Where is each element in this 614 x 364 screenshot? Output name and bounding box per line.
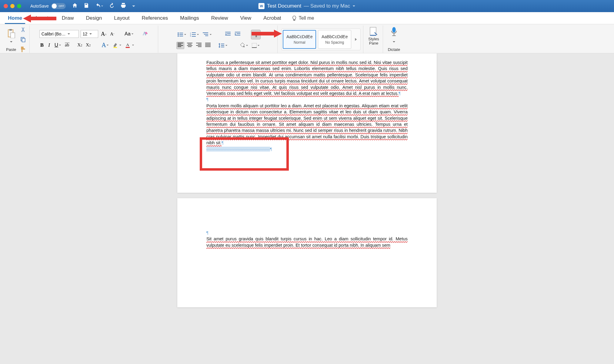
save-icon[interactable] — [83, 2, 89, 10]
bullet-list-icon[interactable] — [176, 32, 187, 38]
svg-rect-50 — [252, 47, 257, 48]
title-dropdown-icon[interactable] — [352, 5, 355, 8]
autosave-state: OFF — [59, 5, 64, 8]
svg-rect-52 — [370, 35, 376, 36]
cut-icon[interactable] — [19, 26, 27, 35]
repeat-icon[interactable] — [109, 2, 115, 10]
svg-rect-40 — [196, 45, 202, 46]
customize-qat-icon[interactable] — [132, 2, 135, 10]
style-normal[interactable]: AaBbCcDdEe Normal — [283, 30, 316, 49]
justify-icon[interactable] — [204, 42, 212, 49]
dictate-label: Dictate — [388, 47, 400, 52]
dictate-button[interactable]: Dictate — [387, 26, 401, 52]
tab-view[interactable]: View — [234, 12, 257, 24]
svg-rect-46 — [221, 44, 224, 44]
svg-rect-33 — [178, 46, 181, 47]
subscript-icon[interactable]: X2 — [76, 42, 83, 48]
svg-rect-38 — [196, 43, 202, 43]
styles-gallery-expand[interactable] — [353, 38, 359, 41]
strikethrough-icon[interactable]: ab— — [64, 42, 75, 48]
svg-rect-4 — [22, 38, 25, 42]
save-status: — Saved to my Mac — [304, 3, 350, 9]
decrease-indent-icon[interactable] — [224, 31, 232, 38]
svg-rect-18 — [192, 34, 196, 35]
document-title[interactable]: W Test Document — Saved to my Mac — [259, 3, 355, 9]
svg-rect-34 — [187, 43, 192, 43]
svg-rect-28 — [237, 33, 240, 34]
tab-acrobat[interactable]: Acrobat — [257, 12, 287, 24]
close-window-icon[interactable] — [4, 4, 8, 8]
tab-draw[interactable]: Draw — [56, 12, 80, 24]
home-icon[interactable] — [72, 2, 78, 10]
superscript-icon[interactable]: X2 — [85, 42, 92, 48]
svg-rect-47 — [221, 45, 224, 46]
svg-rect-10 — [179, 33, 183, 33]
line-spacing-icon[interactable] — [218, 42, 229, 48]
svg-rect-29 — [235, 35, 240, 35]
tab-mailings[interactable]: Mailings — [174, 12, 205, 24]
svg-rect-39 — [198, 44, 202, 45]
svg-rect-14 — [179, 36, 183, 36]
font-family-combo[interactable]: Calibri (Bo… — [39, 30, 79, 38]
tab-review[interactable]: Review — [205, 12, 234, 24]
svg-rect-24 — [225, 32, 231, 32]
lightbulb-icon — [292, 15, 297, 21]
autosave-toggle[interactable]: AutoSave OFF — [30, 3, 66, 9]
align-right-icon[interactable] — [195, 42, 202, 49]
paste-button[interactable]: Paste — [5, 28, 17, 52]
autosave-switch[interactable]: OFF — [51, 3, 66, 9]
svg-rect-37 — [188, 46, 192, 47]
text-effects-icon[interactable]: A — [101, 41, 110, 49]
highlight-icon[interactable] — [112, 42, 122, 49]
font-group: Calibri (Bo… 12 A^ Aˇ Aa A B I U ab— — [31, 25, 158, 53]
align-left-icon[interactable] — [176, 42, 184, 49]
svg-rect-23 — [205, 35, 208, 36]
font-size-combo[interactable]: 12 — [81, 30, 98, 38]
tab-layout[interactable]: Layout — [108, 12, 135, 24]
quick-access-toolbar — [72, 2, 135, 10]
svg-rect-26 — [225, 35, 231, 35]
clear-formatting-icon[interactable]: A — [141, 29, 150, 38]
svg-point-11 — [178, 34, 179, 35]
increase-font-icon[interactable]: A^ — [100, 30, 107, 38]
shading-icon[interactable] — [239, 42, 249, 49]
tab-home[interactable]: Home — [2, 12, 28, 24]
svg-rect-8 — [126, 47, 130, 48]
print-icon[interactable] — [120, 2, 126, 10]
svg-point-9 — [178, 32, 179, 34]
titlebar: AutoSave OFF W Test Document — Saved to … — [0, 0, 614, 12]
clipboard-group: Paste — [2, 25, 30, 53]
underline-icon[interactable]: U — [54, 42, 62, 49]
svg-point-53 — [392, 27, 395, 32]
styles-group: AaBbCcDdEe Normal AaBbCcDdEe No Spacing — [279, 25, 363, 53]
svg-text:A: A — [126, 42, 129, 47]
show-paragraph-marks-button[interactable]: ¶ — [251, 30, 261, 39]
svg-rect-36 — [187, 45, 192, 46]
tab-insert[interactable]: Insert — [28, 12, 56, 24]
svg-rect-44 — [205, 45, 211, 46]
minimize-window-icon[interactable] — [10, 4, 15, 8]
styles-pane-group: Styles Pane — [365, 25, 383, 53]
bold-icon[interactable]: B — [39, 42, 45, 49]
decrease-font-icon[interactable]: Aˇ — [109, 31, 115, 37]
styles-pane-button[interactable]: Styles Pane — [367, 26, 380, 46]
tab-references[interactable]: References — [135, 12, 174, 24]
align-center-icon[interactable] — [186, 42, 193, 49]
styles-pane-label: Styles Pane — [368, 37, 379, 45]
tell-me-search[interactable]: Tell me — [287, 12, 319, 24]
style-no-spacing[interactable]: AaBbCcDdEe No Spacing — [318, 30, 351, 49]
format-painter-icon[interactable] — [19, 45, 27, 53]
numbered-list-icon[interactable]: 123 — [189, 32, 200, 38]
multilevel-list-icon[interactable] — [202, 32, 213, 38]
svg-rect-25 — [227, 33, 231, 34]
maximize-window-icon[interactable] — [17, 4, 21, 8]
italic-icon[interactable]: I — [46, 42, 52, 48]
undo-icon[interactable] — [95, 3, 103, 9]
change-case-icon[interactable]: Aa — [124, 31, 135, 37]
tab-design[interactable]: Design — [80, 12, 108, 24]
increase-indent-icon[interactable] — [234, 31, 242, 38]
svg-rect-49 — [252, 43, 257, 48]
font-color-icon[interactable]: A — [124, 42, 135, 49]
borders-icon[interactable] — [251, 42, 261, 48]
copy-icon[interactable] — [19, 36, 27, 44]
